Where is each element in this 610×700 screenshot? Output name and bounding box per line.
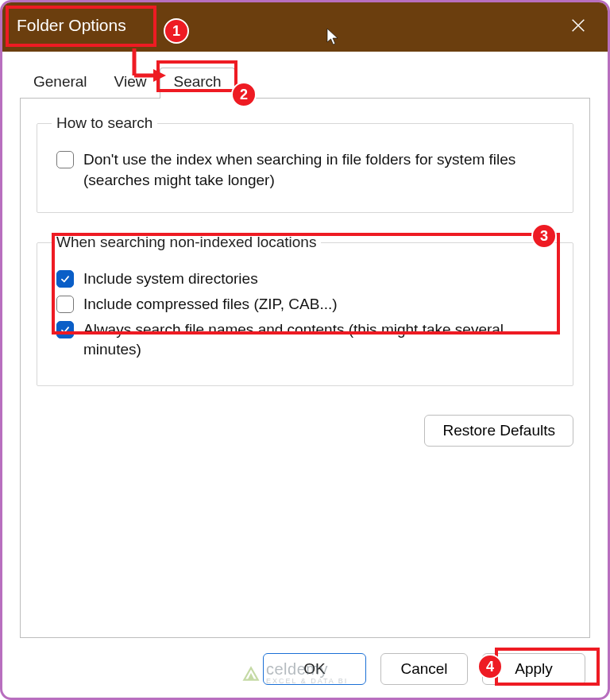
label-always-search: Always search file names and contents (t… [83, 319, 558, 360]
close-button[interactable] [566, 14, 590, 37]
window-title: Folder Options [17, 16, 126, 35]
close-icon [569, 17, 587, 34]
label-dont-use-index: Don't use the index when searching in fi… [83, 149, 558, 190]
group-non-indexed-legend: When searching non-indexed locations [52, 234, 321, 251]
row-dont-use-index: Don't use the index when searching in fi… [56, 149, 558, 190]
checkbox-always-search[interactable] [56, 321, 74, 338]
label-include-compressed: Include compressed files (ZIP, CAB...) [83, 294, 338, 315]
mouse-cursor-icon [326, 28, 341, 51]
group-non-indexed: When searching non-indexed locations Inc… [37, 234, 573, 386]
restore-row: Restore Defaults [37, 407, 573, 447]
apply-button[interactable]: Apply [482, 653, 585, 685]
row-include-system: Include system directories [56, 269, 558, 289]
tab-general[interactable]: General [20, 68, 101, 99]
group-how-to-search: How to search Don't use the index when s… [37, 114, 573, 213]
group-how-to-search-legend: How to search [52, 114, 157, 132]
checkbox-include-compressed[interactable] [56, 296, 74, 313]
tab-search[interactable]: Search [160, 68, 234, 99]
row-include-compressed: Include compressed files (ZIP, CAB...) [56, 294, 558, 315]
tab-view[interactable]: View [101, 68, 160, 99]
check-icon [60, 273, 71, 284]
row-always-search: Always search file names and contents (t… [56, 319, 558, 360]
cancel-button[interactable]: Cancel [380, 653, 468, 685]
tab-panel-search: How to search Don't use the index when s… [20, 98, 590, 638]
tab-strip: General View Search [20, 68, 608, 99]
label-include-system: Include system directories [83, 269, 258, 289]
ok-button[interactable]: OK [263, 653, 366, 685]
restore-defaults-button[interactable]: Restore Defaults [424, 415, 573, 447]
checkbox-include-system[interactable] [56, 270, 74, 288]
titlebar: Folder Options [2, 2, 608, 52]
checkbox-dont-use-index[interactable] [56, 151, 74, 168]
check-icon [60, 324, 71, 335]
dialog-footer: OK Cancel Apply [25, 653, 585, 685]
